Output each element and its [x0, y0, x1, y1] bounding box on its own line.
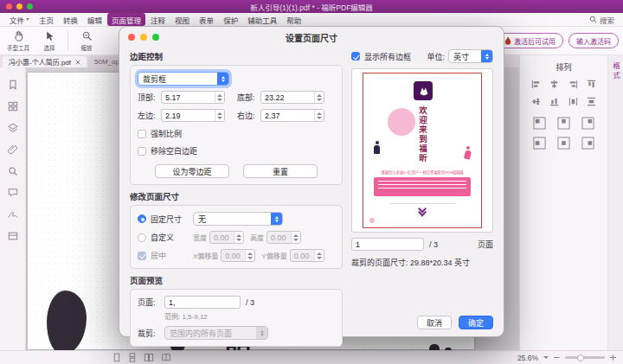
- zoom-out-icon[interactable]: [554, 357, 560, 359]
- ok-button[interactable]: 确定: [459, 316, 493, 329]
- position-top-center-icon[interactable]: [557, 117, 570, 130]
- decorative-dot: [369, 218, 375, 223]
- arrange-panel-title: 排列: [527, 61, 601, 73]
- align-left-icon[interactable]: [531, 80, 541, 89]
- menu-form[interactable]: 表单: [195, 13, 218, 26]
- enter-activation-code-button[interactable]: 输入激活码: [568, 33, 619, 48]
- select-tool-button[interactable]: 选择: [34, 30, 65, 52]
- reset-button[interactable]: 重置: [243, 164, 318, 178]
- fields-panel-icon[interactable]: [8, 231, 18, 241]
- menu-edit[interactable]: 编辑: [83, 13, 106, 26]
- hand-tool-button[interactable]: 手型工具: [3, 30, 34, 52]
- menu-home[interactable]: 主页: [35, 13, 58, 26]
- fixed-size-radio[interactable]: [138, 214, 146, 223]
- menu-comment[interactable]: 注释: [146, 13, 170, 26]
- zoom-slider-knob[interactable]: [577, 354, 584, 361]
- center-checkbox[interactable]: [138, 252, 146, 260]
- zoom-window-button[interactable]: [27, 3, 33, 10]
- position-center-icon[interactable]: [557, 137, 570, 150]
- remove-white-margins-row[interactable]: 移除空白边距: [138, 145, 335, 156]
- align-middle-icon[interactable]: [531, 97, 541, 106]
- preview-page-input[interactable]: 1: [351, 238, 424, 251]
- distribute-horizontal-icon[interactable]: [568, 97, 578, 106]
- attachments-icon[interactable]: [8, 144, 18, 155]
- position-top-left-icon[interactable]: [533, 117, 546, 130]
- facing-view-icon[interactable]: [144, 353, 154, 362]
- page-thumbnails-icon[interactable]: [8, 101, 18, 112]
- crop-scope-select[interactable]: 范围内的所有页面: [164, 326, 268, 340]
- zoom-tool-button[interactable]: 缩放: [71, 30, 102, 52]
- align-center-horizontal-icon[interactable]: [549, 80, 559, 89]
- minimize-window-button[interactable]: [16, 3, 22, 10]
- constrain-proportions-row[interactable]: 强制比例: [138, 128, 335, 139]
- menu-accessibility[interactable]: 辅助工具: [243, 13, 281, 26]
- custom-size-radio[interactable]: [138, 233, 146, 242]
- book-view-icon[interactable]: [161, 353, 171, 362]
- comments-panel-icon[interactable]: [8, 188, 18, 198]
- unit-select[interactable]: 英寸: [448, 49, 493, 63]
- height-stepper[interactable]: 0.00: [267, 231, 301, 244]
- bookmarks-icon[interactable]: [8, 80, 18, 90]
- document-tab[interactable]: 冯小惠-个人简历.pdf: [3, 56, 87, 67]
- status-bar: 25.6%: [0, 350, 623, 364]
- position-top-right-icon[interactable]: [581, 117, 594, 130]
- page-word-label: 页面: [478, 239, 493, 250]
- cancel-button[interactable]: 取消: [417, 316, 452, 329]
- stepper-arrows-icon[interactable]: [314, 92, 324, 103]
- width-stepper[interactable]: 0.00: [209, 231, 244, 244]
- single-page-view-icon[interactable]: [112, 353, 121, 362]
- zero-margins-button[interactable]: 设为零边距: [155, 164, 229, 178]
- close-tab-icon[interactable]: [75, 60, 80, 65]
- zoom-slider[interactable]: [565, 356, 605, 359]
- position-center-right-icon[interactable]: [581, 137, 594, 150]
- magnifier-icon: [81, 30, 93, 42]
- fixed-size-select[interactable]: 无: [193, 212, 283, 226]
- window-titlebar: 新人引导(1)(1).pdf * - 福昕PDF编辑器: [0, 0, 623, 13]
- remove-white-margins-checkbox[interactable]: [138, 147, 146, 156]
- chevron-down-icon: [26, 18, 29, 21]
- signature-panel-icon[interactable]: [8, 209, 18, 220]
- stepper-arrows-icon[interactable]: [215, 110, 224, 121]
- menu-convert[interactable]: 转换: [59, 13, 82, 26]
- center-label: 居中: [151, 250, 166, 261]
- trial-button[interactable]: 激活后可试用: [497, 33, 563, 48]
- menu-protect[interactable]: 保护: [219, 13, 242, 26]
- menu-view[interactable]: 视图: [170, 13, 194, 26]
- zoom-percentage[interactable]: 25.6%: [517, 354, 538, 362]
- person-figure: [465, 146, 471, 159]
- constrain-proportions-checkbox[interactable]: [138, 130, 146, 138]
- show-borders-checkbox[interactable]: [351, 52, 360, 61]
- format-panel-tab[interactable]: 格式: [611, 62, 621, 80]
- left-margin-stepper[interactable]: 2.19: [161, 109, 225, 122]
- right-margin-stepper[interactable]: 2.37: [260, 109, 324, 122]
- page-range-input[interactable]: 1,: [164, 296, 241, 309]
- y-offset-stepper[interactable]: 0.00: [290, 249, 324, 262]
- layers-icon[interactable]: [8, 123, 18, 133]
- x-offset-stepper[interactable]: 0.00: [221, 249, 255, 262]
- menu-help[interactable]: 帮助: [282, 13, 305, 26]
- fixed-size-label: 固定尺寸: [151, 214, 182, 225]
- align-right-icon[interactable]: [568, 80, 578, 89]
- stepper-arrows-icon[interactable]: [314, 110, 324, 121]
- menu-page-management[interactable]: 页面管理: [107, 13, 145, 26]
- crop-box-select[interactable]: 裁剪框: [138, 72, 229, 86]
- distribute-vertical-icon[interactable]: [587, 97, 596, 106]
- stepper-arrows-icon[interactable]: [215, 92, 224, 103]
- bottom-margin-stepper[interactable]: 23.22: [260, 91, 324, 104]
- menu-file[interactable]: 文件: [5, 13, 34, 26]
- top-margin-stepper[interactable]: 5.17: [161, 91, 225, 104]
- position-center-left-icon[interactable]: [533, 137, 546, 150]
- height-label: 高度: [250, 233, 264, 242]
- dialog-minimize-button[interactable]: [140, 34, 147, 41]
- zoom-in-icon[interactable]: [610, 354, 616, 361]
- align-top-icon[interactable]: [587, 80, 596, 89]
- dialog-close-button[interactable]: [128, 34, 135, 41]
- align-bottom-icon[interactable]: [549, 97, 559, 106]
- continuous-view-icon[interactable]: [128, 353, 137, 362]
- custom-size-label: 自定义: [151, 232, 174, 243]
- close-window-button[interactable]: [6, 3, 12, 10]
- search-box[interactable]: 搜索: [589, 15, 618, 25]
- dialog-zoom-button[interactable]: [152, 34, 159, 41]
- search-panel-icon[interactable]: [8, 166, 18, 176]
- zoom-caret-icon[interactable]: [543, 356, 549, 359]
